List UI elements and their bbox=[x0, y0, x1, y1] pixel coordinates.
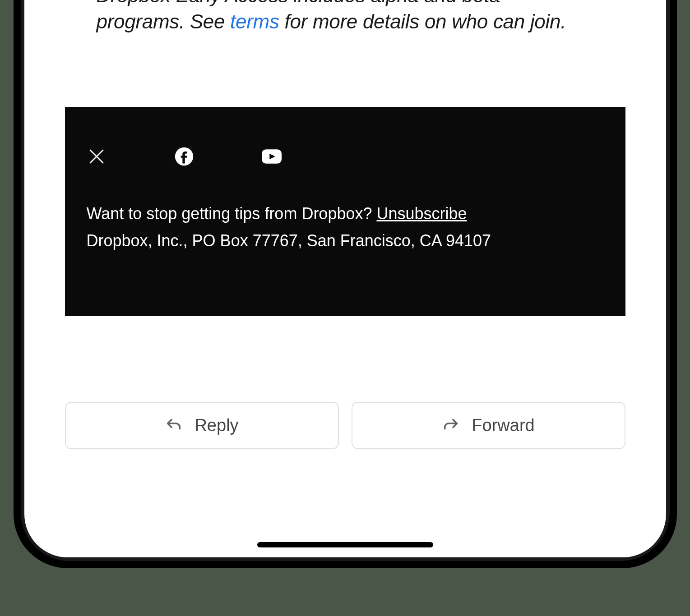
social-icons-row bbox=[87, 147, 604, 166]
terms-link[interactable]: terms bbox=[230, 10, 279, 32]
footer-unsubscribe-line: Want to stop getting tips from Dropbox? … bbox=[87, 202, 604, 226]
forward-button-label: Forward bbox=[472, 416, 534, 435]
body-text-after: for more details on who can join. bbox=[279, 10, 566, 32]
home-indicator[interactable] bbox=[257, 542, 433, 547]
facebook-icon[interactable] bbox=[174, 147, 194, 166]
email-body-paragraph: Dropbox Early Access includes alpha and … bbox=[65, 0, 625, 35]
phone-device-frame: Dropbox Early Access includes alpha and … bbox=[14, 0, 677, 568]
email-footer: Want to stop getting tips from Dropbox? … bbox=[65, 107, 625, 316]
phone-screen: Dropbox Early Access includes alpha and … bbox=[24, 0, 666, 557]
footer-address: Dropbox, Inc., PO Box 77767, San Francis… bbox=[87, 229, 604, 253]
unsubscribe-link[interactable]: Unsubscribe bbox=[376, 204, 467, 223]
reply-icon bbox=[165, 417, 183, 435]
reply-button-label: Reply bbox=[194, 416, 238, 435]
phone-bezel: Dropbox Early Access includes alpha and … bbox=[21, 0, 670, 561]
footer-question-text: Want to stop getting tips from Dropbox? bbox=[87, 204, 377, 223]
email-body-area[interactable]: Dropbox Early Access includes alpha and … bbox=[24, 0, 666, 557]
x-twitter-icon[interactable] bbox=[87, 147, 107, 166]
email-action-buttons: Reply Forward bbox=[65, 402, 625, 449]
reply-button[interactable]: Reply bbox=[65, 402, 339, 449]
forward-icon bbox=[442, 417, 460, 435]
footer-text-block: Want to stop getting tips from Dropbox? … bbox=[87, 202, 604, 253]
youtube-icon[interactable] bbox=[262, 147, 282, 166]
forward-button[interactable]: Forward bbox=[352, 402, 625, 449]
